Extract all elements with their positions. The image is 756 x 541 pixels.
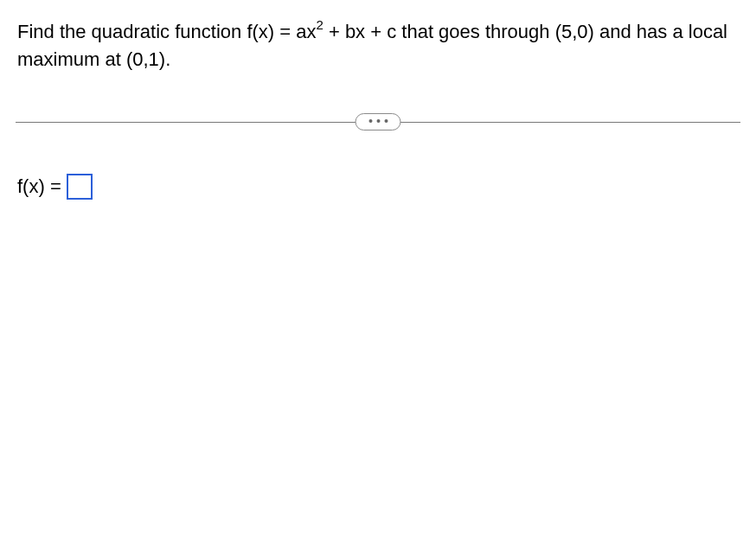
ellipsis-icon (384, 119, 388, 123)
answer-label: f(x) = (17, 175, 61, 198)
question-text: Find the quadratic function f(x) = ax2 +… (16, 17, 740, 73)
question-prefix: Find the quadratic function f(x) = ax (17, 21, 316, 42)
answer-input[interactable] (67, 174, 93, 200)
ellipsis-icon (376, 119, 380, 123)
ellipsis-icon (368, 119, 372, 123)
more-options-button[interactable] (356, 113, 401, 130)
answer-line: f(x) = (16, 174, 740, 200)
divider (16, 111, 740, 132)
divider-line-left (16, 122, 378, 123)
divider-line-right (378, 122, 740, 123)
exponent: 2 (316, 17, 323, 32)
